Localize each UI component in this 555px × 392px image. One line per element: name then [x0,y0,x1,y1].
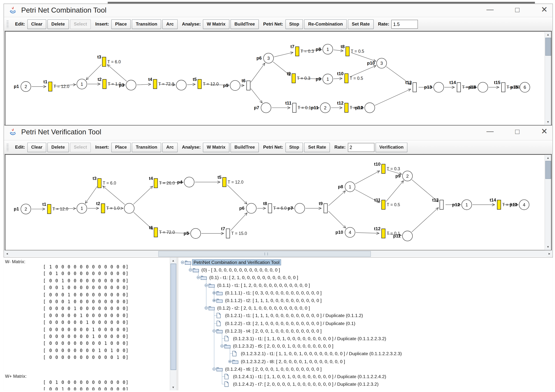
re-combination-button[interactable]: Re-Combination [304,19,347,29]
verification-button[interactable]: Verification [375,142,407,152]
place-p5[interactable]: p5 [223,81,240,90]
delete-button[interactable]: Delete [47,142,69,152]
transition-t9[interactable]: t9T = 0.3 [287,71,310,83]
scroll-right-button[interactable]: ► [546,251,552,257]
tree-expand-handle[interactable] [180,260,185,265]
transition-t8[interactable]: t8T = 0.5 [341,44,364,56]
place-p4[interactable] [176,80,186,90]
transition-t13[interactable]: t13 [405,80,416,92]
tree-expand-handle[interactable] [212,366,216,371]
place-p12[interactable]: 1p12 [452,200,472,210]
minimize-button[interactable]: — [486,126,494,136]
tree-node[interactable]: (0.1.1.2) - t2: [ 1, 1, 1, 0, 0, 0, 0, 0… [178,297,552,304]
tree-node[interactable]: (0.1.2.2) - t3: [ 2, 1, 0, 0, 0, 0, 0, 0… [178,319,552,327]
transition-t11[interactable]: t11T = 0.1 [285,101,311,112]
tree-expand-handle[interactable] [212,298,216,303]
transition-t11[interactable]: t11T = 0.5 [374,198,400,209]
transition-t6[interactable]: t6T = 72.0 [149,225,175,237]
place-p6[interactable]: p6 [239,203,256,213]
place-p13[interactable]: 4p13 [510,200,529,210]
close-button[interactable]: ✕ [541,5,548,14]
place-p2[interactable]: 1 [77,203,87,213]
tree-node[interactable]: (0.1.2.3.1) - t1: [ 1, 1, 0, 1, 0, 0, 0,… [178,335,552,342]
arc-button[interactable]: Arc [162,142,178,152]
tree-node[interactable]: (0.1) - t1: [ 2, 1, 0, 0, 0, 0, 0, 0, 0,… [178,274,552,281]
tree-expand-handle[interactable] [219,343,224,348]
tree-node[interactable]: (0.1.2.4.2) - t7: [ 2, 0, 0, 0, 0, 1, 0,… [178,380,552,388]
scroll-left-button[interactable]: ◄ [4,251,10,257]
transition-t1[interactable]: t1T = 12.0 [44,79,69,91]
scroll-up-button[interactable]: ▲ [545,32,551,38]
place-p3[interactable]: p3 [119,80,136,90]
place-button[interactable]: Place [111,142,131,152]
tree-expand-handle[interactable] [204,306,209,311]
close-button[interactable]: ✕ [541,127,548,136]
petri-net-canvas[interactable]: t1T = 12.0t2T = 1.0t3T = 6.0t4T = 26.0t5… [5,155,545,250]
rate-input[interactable] [391,20,418,29]
place-p9[interactable]: 2p9 [395,171,412,181]
place-p8[interactable]: 1p8 [338,182,355,192]
place-p2[interactable]: 1 [77,79,87,89]
scroll-down-button[interactable]: ▼ [170,384,176,390]
matrix-scrollbar[interactable]: ▲ ▼ [170,258,176,390]
transition-t5[interactable]: t5T = 12.0 [218,175,243,187]
tree-node[interactable]: (0.1.2) - t2: [ 2, 0, 1, 0, 0, 0, 0, 0, … [178,304,552,312]
scrollbar-thumb[interactable] [158,251,371,257]
tree-node[interactable]: (0.1.1.1) - t1: [ 0, 3, 0, 0, 0, 0, 0, 0… [178,289,552,297]
horizontal-scrollbar[interactable]: ◄ ► [4,251,552,257]
transition-t2[interactable]: t2T = 1.0 [96,201,120,213]
tree-node[interactable]: (0.1.1) - t1: [ 1, 2, 0, 0, 0, 0, 0, 0, … [178,281,552,289]
transition-t5[interactable]: t5T = 12.0 [193,77,219,89]
tree-expand-handle[interactable] [212,328,216,333]
stop-button[interactable]: Stop [285,19,303,29]
tree-node[interactable]: (0.1.2.3) - t4: [ 2, 0, 0, 1, 0, 0, 0, 0… [178,327,552,335]
transition-t3[interactable]: t3T = 6.0 [97,54,121,67]
tree-expand-handle[interactable] [212,290,216,295]
place-p11[interactable]: 2p11 [311,103,330,113]
scrollbar-thumb[interactable] [545,161,551,179]
place-button[interactable]: Place [111,19,131,29]
transition-t6[interactable]: t6 [242,78,250,90]
tree-node[interactable]: (0.1.2.4) - t6: [ 2, 0, 0, 0, 1, 0, 0, 0… [178,365,552,373]
scroll-up-button[interactable]: ▲ [170,258,176,264]
transition-t4[interactable]: t4T = 72.0 [148,77,174,89]
maximize-button[interactable]: □ [515,127,519,136]
place-p13[interactable]: p13 [424,82,444,92]
transition-t1[interactable]: t1T = 12.0 [42,202,68,214]
place-p14[interactable]: p14 [468,82,488,92]
place-p5[interactable]: p5 [183,228,201,238]
place-p15[interactable]: 6p15 [510,82,530,92]
transition-button[interactable]: Transition [132,19,161,29]
transition-t7[interactable]: t7T = 15.0 [221,226,247,238]
place-p7[interactable]: p7 [288,203,305,213]
place-p1[interactable]: 2p1 [14,204,31,214]
clear-button[interactable]: Clear [27,142,46,152]
toolbar-grip[interactable] [7,143,9,151]
petri-net-canvas[interactable]: t1T = 12.0t2T = 1.0t3T = 6.0t4T = 72.0t5… [5,32,545,125]
maximize-button[interactable]: □ [515,5,519,14]
place-p12[interactable]: p12 [355,103,375,113]
transition-button[interactable]: Transition [132,142,161,152]
w-matrix-button[interactable]: W Matrix [203,19,229,29]
tree-node[interactable]: PetriNet Combination and Verification To… [178,259,552,266]
scrollbar-thumb[interactable] [171,264,176,370]
place-p6[interactable]: 3p6 [256,53,273,63]
tree-node[interactable]: (0.1.2.3.2.2) - t8: [ 2, 0, 0, 0, 0, 1, … [178,358,552,365]
transition-t2[interactable]: t2T = 1.0 [98,77,121,89]
rate-input[interactable] [348,143,374,152]
tree-expand-handle[interactable] [196,275,201,280]
vertical-scrollbar[interactable]: ▲ ▼ [545,155,551,250]
transition-t9[interactable]: t9 [319,201,328,213]
place-p3[interactable] [124,203,134,213]
tree-expand-handle[interactable] [188,267,193,273]
vertical-scrollbar[interactable]: ▲ ▼ [545,32,551,125]
tree-node[interactable]: (0.1.2.3.2.1) - t1: [ 1, 1, 0, 0, 1, 0, … [178,350,552,358]
place-p4[interactable]: p4 [177,177,194,187]
tree-node[interactable]: (0.1.2.1) - t1: [ 1, 1, 1, 0, 0, 0, 0, 0… [178,312,552,319]
titlebar[interactable]: Petri Net Verification Tool — □ ✕ [4,126,552,140]
place-p7[interactable]: p7 [254,103,271,113]
scroll-down-button[interactable]: ▼ [545,244,551,250]
set-rate-button[interactable]: Set Rate [348,19,374,29]
tree-expand-handle[interactable] [227,359,232,364]
scroll-up-button[interactable]: ▲ [545,155,551,161]
